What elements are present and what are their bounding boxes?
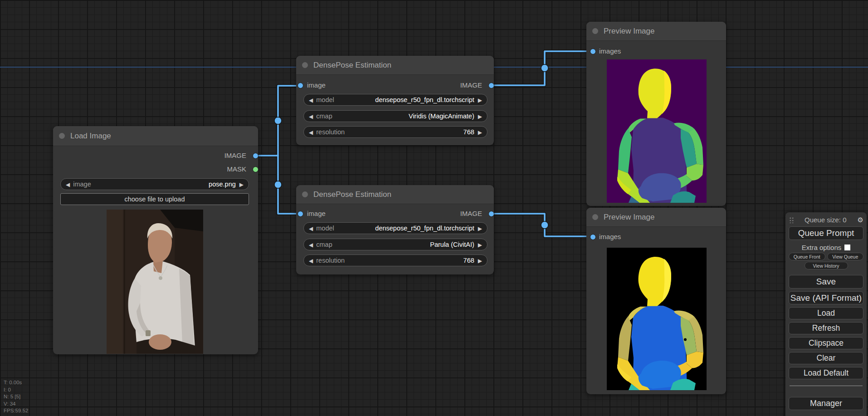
output-slot-image[interactable] — [488, 83, 494, 88]
widget-label: cmap — [316, 241, 332, 248]
node-preview-2-titlebar[interactable]: Preview Image — [586, 208, 726, 227]
node-title: Preview Image — [604, 27, 654, 36]
queue-front-button[interactable]: Queue Front — [789, 253, 825, 260]
link-midpoint-dot[interactable] — [541, 221, 548, 229]
queue-prompt-button[interactable]: Queue Prompt — [789, 226, 863, 240]
canvas-stats: T: 0.00s I: 0 N: 5 [5] V: 34 FPS:59.52 — [4, 379, 28, 415]
node-title: Preview Image — [604, 213, 654, 222]
refresh-button[interactable]: Refresh — [789, 322, 863, 334]
input-label-image: image — [307, 80, 326, 90]
resolution-number-widget[interactable]: resolution 768 — [303, 254, 488, 266]
model-combo-widget[interactable]: model densepose_r50_fpn_dl.torchscript — [303, 94, 488, 106]
load-default-button[interactable]: Load Default — [789, 367, 863, 379]
widget-value: densepose_r50_fpn_dl.torchscript — [375, 96, 474, 103]
input-label-image: image — [307, 209, 326, 219]
choose-file-label: choose file to upload — [124, 196, 185, 203]
node-preview-image-2[interactable]: Preview Image images — [586, 208, 726, 394]
photo-man-white-shirt — [107, 210, 203, 354]
combo-prev-icon[interactable] — [309, 241, 313, 248]
number-increment-icon[interactable] — [478, 257, 482, 264]
stat-version: V: 34 — [4, 401, 28, 408]
queue-size-label: Queue size: 0 — [805, 216, 847, 224]
node-graph-canvas[interactable]: Load Image IMAGE MASK image pose.png cho… — [0, 0, 868, 416]
gear-icon[interactable]: ⚙ — [858, 216, 863, 223]
save-button[interactable]: Save — [789, 275, 863, 289]
input-slot-images[interactable] — [590, 49, 596, 54]
extra-options-checkbox[interactable] — [844, 245, 850, 250]
combo-next-icon[interactable] — [478, 241, 482, 248]
loaded-image-preview — [107, 210, 203, 354]
resolution-number-widget[interactable]: resolution 768 — [303, 126, 488, 138]
output-slot-mask[interactable] — [253, 166, 258, 172]
combo-prev-icon[interactable] — [309, 225, 313, 232]
widget-value: Viridis (MagicAnimate) — [409, 113, 474, 120]
collapse-dot-icon[interactable] — [302, 62, 308, 68]
output-slot-image[interactable] — [253, 153, 258, 159]
comfy-menu-panel[interactable]: Queue size: 0 ⚙ Queue Prompt Extra optio… — [785, 212, 867, 416]
input-label-images: images — [599, 46, 621, 56]
link-midpoint-dot[interactable] — [541, 64, 548, 72]
densepose-figure-parula — [607, 248, 707, 390]
collapse-dot-icon[interactable] — [302, 191, 308, 197]
link-midpoint-dot[interactable] — [274, 117, 282, 124]
cmap-combo-widget[interactable]: cmap Viridis (MagicAnimate) — [303, 110, 488, 122]
node-title: DensePose Estimation — [313, 190, 391, 199]
model-combo-widget[interactable]: model densepose_r50_fpn_dl.torchscript — [303, 222, 488, 234]
collapse-dot-icon[interactable] — [592, 28, 598, 34]
combo-next-icon[interactable] — [478, 96, 482, 103]
widget-value: Parula (CivitAI) — [430, 241, 474, 248]
output-slot-image[interactable] — [488, 211, 494, 217]
widget-value: 768 — [463, 128, 474, 136]
input-slot-image[interactable] — [297, 83, 303, 88]
node-load-image-titlebar[interactable]: Load Image — [53, 126, 258, 146]
input-slot-image[interactable] — [297, 211, 303, 217]
collapse-dot-icon[interactable] — [592, 214, 598, 220]
choose-file-button[interactable]: choose file to upload — [60, 193, 249, 205]
view-history-button[interactable]: View History — [805, 262, 848, 269]
collapse-dot-icon[interactable] — [59, 133, 65, 139]
extra-options-label: Extra options — [802, 244, 842, 251]
drag-handle-icon[interactable] — [789, 216, 794, 223]
stat-iterations: I: 0 — [4, 387, 28, 394]
stat-fps: FPS:59.52 — [4, 407, 28, 415]
manager-button[interactable]: Manager — [789, 397, 863, 410]
node-densepose-2-titlebar[interactable]: DensePose Estimation — [296, 185, 494, 204]
stat-nodes: N: 5 [5] — [4, 393, 28, 401]
save-api-button[interactable]: Save (API Format) — [789, 291, 863, 304]
node-preview-1-titlebar[interactable]: Preview Image — [586, 22, 726, 41]
widget-label: resolution — [316, 128, 345, 136]
widget-label: image — [73, 181, 91, 188]
widget-label: cmap — [316, 113, 332, 120]
cmap-combo-widget[interactable]: cmap Parula (CivitAI) — [303, 239, 488, 250]
menu-divider — [790, 386, 863, 386]
combo-prev-icon[interactable] — [309, 96, 313, 103]
number-decrement-icon[interactable] — [309, 128, 313, 136]
combo-prev-icon[interactable] — [66, 181, 70, 188]
node-load-image[interactable]: Load Image IMAGE MASK image pose.png cho… — [53, 126, 258, 354]
extra-options-row: Extra options — [789, 244, 863, 251]
node-densepose-1[interactable]: DensePose Estimation image IMAGE model d… — [296, 56, 494, 145]
menu-header: Queue size: 0 ⚙ — [789, 215, 863, 225]
node-title: Load Image — [70, 132, 111, 141]
number-decrement-icon[interactable] — [309, 257, 313, 264]
clear-button[interactable]: Clear — [789, 352, 863, 364]
input-slot-images[interactable] — [590, 234, 596, 240]
image-combo-widget[interactable]: image pose.png — [60, 178, 249, 190]
output-label-image: IMAGE — [460, 209, 482, 219]
node-densepose-1-titlebar[interactable]: DensePose Estimation — [296, 56, 494, 75]
combo-next-icon[interactable] — [478, 225, 482, 232]
combo-prev-icon[interactable] — [309, 113, 313, 120]
link-midpoint-dot[interactable] — [274, 181, 282, 188]
widget-label: model — [316, 96, 334, 103]
node-preview-image-1[interactable]: Preview Image images — [586, 22, 726, 206]
load-button[interactable]: Load — [789, 307, 863, 319]
clipspace-button[interactable]: Clipspace — [789, 337, 863, 349]
combo-next-icon[interactable] — [239, 181, 244, 188]
widget-label: resolution — [316, 257, 345, 264]
number-increment-icon[interactable] — [478, 128, 482, 136]
node-densepose-2[interactable]: DensePose Estimation image IMAGE model d… — [296, 185, 494, 274]
view-queue-button[interactable]: View Queue — [827, 253, 864, 260]
combo-next-icon[interactable] — [478, 113, 482, 120]
output-label-image: IMAGE — [224, 151, 246, 161]
densepose-result-viridis — [607, 59, 707, 203]
